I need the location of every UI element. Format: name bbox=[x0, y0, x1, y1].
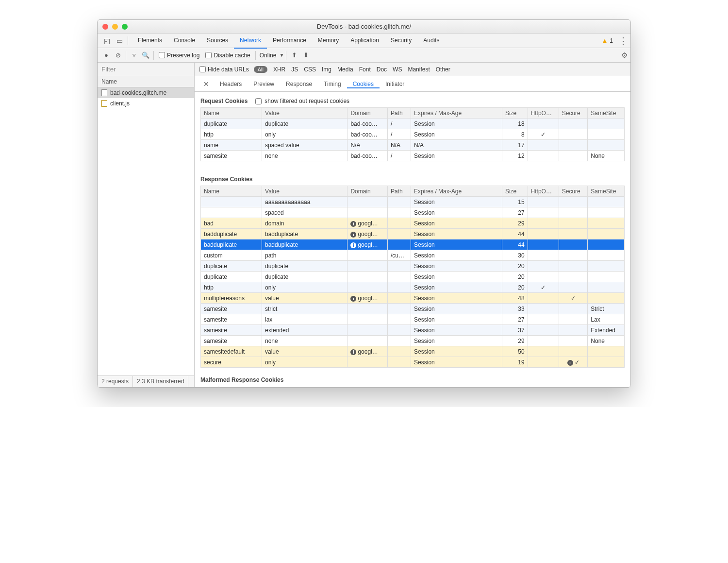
detail-tab-initiator[interactable]: Initiator bbox=[380, 81, 410, 87]
detail-tab-preview[interactable]: Preview bbox=[248, 81, 280, 87]
cookie-row[interactable]: duplicateduplicateSession20 bbox=[201, 272, 625, 282]
column-header[interactable]: Name bbox=[201, 108, 262, 119]
cookie-row[interactable]: aaaaaaaaaaaaaaSession15 bbox=[201, 197, 625, 207]
separator bbox=[255, 51, 256, 60]
column-header[interactable]: Name bbox=[201, 186, 262, 197]
cookie-row[interactable]: samesitelaxSession27Lax bbox=[201, 314, 625, 325]
cookie-row[interactable]: samesiteextendedSession37Extended bbox=[201, 325, 625, 336]
search-icon[interactable]: 🔍 bbox=[140, 51, 151, 59]
request-item[interactable]: client.js bbox=[98, 98, 194, 109]
disable-cache-checkbox[interactable]: Disable cache bbox=[205, 52, 250, 59]
main-tab-security[interactable]: Security bbox=[385, 33, 417, 48]
show-filtered-checkbox[interactable]: show filtered out request cookies bbox=[255, 98, 349, 104]
filter-type-manifest[interactable]: Manifest bbox=[405, 66, 432, 73]
response-cookies-section: Response Cookies NameValueDomainPathExpi… bbox=[195, 170, 630, 376]
cookie-row[interactable]: multiplereasonsvalueigoogl…Session48✓ bbox=[201, 293, 625, 304]
request-item[interactable]: bad-cookies.glitch.me bbox=[98, 87, 194, 98]
filter-row: Hide data URLs All XHRJSCSSImgMediaFontD… bbox=[98, 63, 630, 76]
cookie-row[interactable]: namespaced valueN/AN/AN/A17 bbox=[201, 140, 625, 151]
cookie-row[interactable]: badduplicatebadduplicateigoogl…Session44 bbox=[201, 239, 625, 250]
device-mode-icon[interactable]: ▭ bbox=[113, 37, 126, 45]
main-tab-performance[interactable]: Performance bbox=[267, 33, 312, 48]
request-cookies-table[interactable]: NameValueDomainPathExpires / Max-AgeSize… bbox=[200, 107, 625, 161]
cookie-row[interactable]: samesitedefaultvalueigoogl…Session50 bbox=[201, 346, 625, 357]
warnings-badge[interactable]: ▲ 1 bbox=[601, 37, 613, 44]
filter-type-media[interactable]: Media bbox=[334, 66, 356, 73]
detail-tab-cookies[interactable]: Cookies bbox=[347, 81, 380, 88]
column-header[interactable]: Secure bbox=[559, 108, 588, 119]
hide-data-urls-checkbox[interactable]: Hide data URLs bbox=[199, 66, 249, 73]
disable-cache-input[interactable] bbox=[205, 52, 212, 58]
close-detail-icon[interactable]: ✕ bbox=[199, 80, 214, 88]
main-tab-audits[interactable]: Audits bbox=[417, 33, 445, 48]
cookie-row[interactable]: httponlySession20✓ bbox=[201, 282, 625, 293]
column-header[interactable]: Path bbox=[387, 186, 411, 197]
show-filtered-input[interactable] bbox=[255, 98, 262, 104]
preserve-log-input[interactable] bbox=[159, 52, 165, 58]
more-menu-icon[interactable]: ⋮ bbox=[619, 35, 628, 46]
requests-transfer: 2.3 KB transferred bbox=[133, 376, 188, 387]
request-detail: ✕ HeadersPreviewResponseTimingCookiesIni… bbox=[195, 76, 630, 387]
close-window-button[interactable] bbox=[102, 24, 108, 30]
main-tab-memory[interactable]: Memory bbox=[312, 33, 345, 48]
column-header[interactable]: HttpO… bbox=[528, 108, 559, 119]
hide-data-urls-input[interactable] bbox=[199, 66, 206, 72]
column-header[interactable]: SameSite bbox=[588, 108, 625, 119]
titlebar: DevTools - bad-cookies.glitch.me/ bbox=[98, 20, 630, 34]
main-tab-console[interactable]: Console bbox=[168, 33, 201, 48]
column-header[interactable]: Expires / Max-Age bbox=[411, 186, 502, 197]
main-tab-application[interactable]: Application bbox=[345, 33, 385, 48]
cookie-row[interactable]: samesitenonebad-coo…/Session12None bbox=[201, 151, 625, 161]
cookie-row[interactable]: custompath/cu…Session30 bbox=[201, 250, 625, 261]
record-button[interactable]: ● bbox=[100, 51, 112, 59]
column-header[interactable]: Value bbox=[262, 108, 347, 119]
detail-tab-response[interactable]: Response bbox=[280, 81, 318, 87]
filter-type-font[interactable]: Font bbox=[356, 66, 374, 73]
filter-type-all[interactable]: All bbox=[254, 66, 267, 73]
column-header[interactable]: HttpO… bbox=[528, 186, 559, 197]
filter-type-other[interactable]: Other bbox=[433, 66, 453, 73]
minimize-window-button[interactable] bbox=[112, 24, 118, 30]
filter-type-css[interactable]: CSS bbox=[301, 66, 319, 73]
response-cookies-table[interactable]: NameValueDomainPathExpires / Max-AgeSize… bbox=[200, 186, 625, 368]
column-header[interactable]: Secure bbox=[559, 186, 588, 197]
filter-type-img[interactable]: Img bbox=[319, 66, 334, 73]
cookie-row[interactable]: duplicateduplicatebad-coo…/Session18 bbox=[201, 119, 625, 129]
inspect-icon[interactable]: ◰ bbox=[100, 37, 113, 45]
cookie-row[interactable]: httponlybad-coo…/Session8✓ bbox=[201, 129, 625, 140]
column-header[interactable]: SameSite bbox=[588, 186, 625, 197]
filter-type-xhr[interactable]: XHR bbox=[270, 66, 288, 73]
filter-type-ws[interactable]: WS bbox=[390, 66, 405, 73]
column-header[interactable]: Size bbox=[502, 108, 528, 119]
filter-input[interactable] bbox=[98, 63, 195, 76]
column-header[interactable]: Size bbox=[502, 186, 528, 197]
preserve-log-checkbox[interactable]: Preserve log bbox=[159, 52, 199, 59]
column-header[interactable]: Expires / Max-Age bbox=[411, 108, 502, 119]
column-header[interactable]: Path bbox=[387, 108, 411, 119]
filter-type-doc[interactable]: Doc bbox=[374, 66, 390, 73]
cookie-row[interactable]: samesitenoneSession29None bbox=[201, 336, 625, 346]
filter-type-js[interactable]: JS bbox=[288, 66, 301, 73]
separator bbox=[126, 51, 126, 60]
settings-gear-icon[interactable]: ⚙ bbox=[621, 51, 628, 60]
cookie-row[interactable]: duplicateduplicateSession20 bbox=[201, 261, 625, 272]
column-header[interactable]: Value bbox=[262, 186, 347, 197]
column-header[interactable]: Domain bbox=[347, 186, 387, 197]
main-tab-elements[interactable]: Elements bbox=[132, 33, 168, 48]
cookie-row[interactable]: baddomainigoogl…Session29 bbox=[201, 218, 625, 229]
cookie-row[interactable]: badduplicatebadduplicateigoogl…Session44 bbox=[201, 229, 625, 239]
clear-button[interactable]: ⊘ bbox=[112, 51, 124, 59]
detail-tab-headers[interactable]: Headers bbox=[214, 81, 248, 87]
main-tab-sources[interactable]: Sources bbox=[201, 33, 234, 48]
cookie-row[interactable]: secureonlySession19i✓ bbox=[201, 357, 625, 368]
detail-tab-timing[interactable]: Timing bbox=[318, 81, 347, 87]
main-tab-network[interactable]: Network bbox=[234, 33, 267, 49]
cookie-row[interactable]: samesitestrictSession33Strict bbox=[201, 304, 625, 314]
upload-icon[interactable]: ⬆ bbox=[288, 51, 300, 59]
throttling-select[interactable]: Online ▼ bbox=[260, 52, 284, 59]
column-header[interactable]: Domain bbox=[347, 108, 387, 119]
cookie-row[interactable]: spacedSession27 bbox=[201, 207, 625, 218]
download-icon[interactable]: ⬇ bbox=[300, 51, 312, 59]
zoom-window-button[interactable] bbox=[122, 24, 128, 30]
filter-icon[interactable]: ▿ bbox=[128, 51, 140, 59]
